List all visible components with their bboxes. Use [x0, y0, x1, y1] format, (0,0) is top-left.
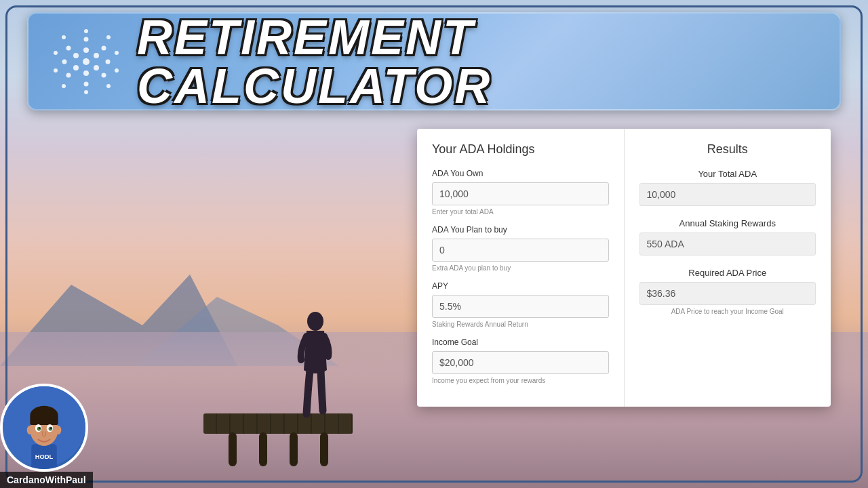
brand-name: CardanoWithPaul: [0, 472, 93, 488]
svg-point-4: [73, 53, 79, 58]
income-goal-hint: Income you expect from your rewards: [432, 377, 609, 384]
staking-rewards-value: 550 ADA: [639, 232, 816, 256]
page-title: RETIREMENT CALCULATOR: [137, 13, 819, 110]
input-section-title: Your ADA Holdings: [432, 142, 609, 157]
svg-point-14: [62, 59, 67, 64]
svg-point-23: [54, 68, 58, 73]
svg-point-11: [66, 73, 71, 77]
ada-buy-hint: Extra ADA you plan to buy: [432, 264, 609, 272]
header-banner: RETIREMENT CALCULATOR: [27, 12, 841, 110]
svg-point-18: [62, 35, 66, 39]
svg-point-16: [84, 29, 88, 33]
input-section: Your ADA Holdings ADA You Own Enter your…: [417, 129, 625, 407]
svg-point-9: [84, 81, 89, 86]
svg-point-19: [62, 84, 66, 88]
avatar: HODL: [0, 384, 88, 472]
total-ada-result: Your Total ADA 10,000: [639, 169, 816, 206]
svg-point-25: [115, 68, 119, 73]
apy-hint: Staking Rewards Annual Return: [432, 321, 609, 328]
apy-label: APY: [432, 281, 609, 291]
svg-point-21: [106, 84, 111, 88]
ada-owned-input[interactable]: [432, 182, 609, 205]
svg-point-6: [94, 53, 99, 58]
ada-owned-label: ADA You Own: [432, 169, 609, 178]
required-price-hint: ADA Price to reach your Income Goal: [639, 308, 816, 315]
svg-point-32: [27, 426, 33, 434]
total-ada-label: Your Total ADA: [639, 169, 816, 179]
staking-rewards-label: Annual Staking Rewards: [639, 218, 816, 228]
person-silhouette: [292, 309, 339, 420]
svg-point-12: [102, 45, 106, 50]
ada-buy-input[interactable]: [432, 239, 609, 262]
required-price-label: Required ADA Price: [639, 268, 816, 278]
brand-corner: HODL CardanoWithPaul: [0, 384, 93, 488]
svg-point-3: [83, 70, 89, 76]
avatar-illustration: HODL: [3, 384, 85, 469]
svg-point-1: [83, 58, 90, 65]
results-section-title: Results: [639, 142, 816, 157]
svg-point-39: [50, 427, 52, 429]
svg-point-33: [55, 426, 61, 434]
svg-point-8: [84, 37, 89, 41]
svg-point-7: [94, 65, 99, 70]
svg-point-22: [54, 51, 58, 55]
svg-text:HODL: HODL: [35, 453, 54, 460]
income-goal-label: Income Goal: [432, 338, 609, 347]
svg-point-10: [66, 45, 71, 50]
staking-rewards-result: Annual Staking Rewards 550 ADA: [639, 218, 816, 256]
income-goal-input[interactable]: [432, 351, 609, 374]
svg-point-0: [307, 312, 323, 331]
required-price-result: Required ADA Price $36.36 ADA Price to r…: [639, 268, 816, 315]
ada-owned-hint: Enter your total ADA: [432, 208, 609, 216]
svg-point-20: [106, 35, 111, 39]
svg-point-38: [39, 427, 41, 429]
svg-point-5: [73, 65, 79, 70]
apy-input[interactable]: [432, 295, 609, 318]
cardano-logo-container: [49, 24, 123, 99]
svg-point-17: [84, 90, 88, 94]
results-section: Results Your Total ADA 10,000 Annual Sta…: [625, 129, 831, 407]
svg-point-15: [106, 59, 111, 64]
required-price-value: $36.36: [639, 282, 816, 305]
svg-point-24: [115, 51, 119, 55]
ada-buy-label: ADA You Plan to buy: [432, 225, 609, 235]
calculator-card: Your ADA Holdings ADA You Own Enter your…: [417, 129, 831, 407]
total-ada-value: 10,000: [639, 183, 816, 206]
svg-point-2: [83, 47, 89, 53]
svg-point-13: [102, 73, 106, 77]
